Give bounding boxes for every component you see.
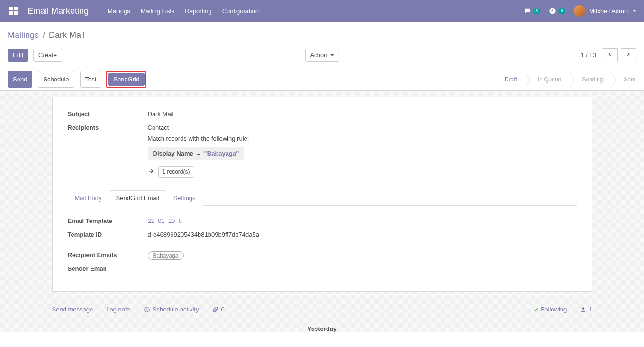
domain-rule: Display Name = "Babayaga" xyxy=(148,147,245,160)
recipient-tag[interactable]: Babayaga xyxy=(148,251,184,260)
tab-mail-body[interactable]: Mail Body xyxy=(68,190,109,206)
schedule-button[interactable]: Schedule xyxy=(38,71,74,88)
edit-button[interactable]: Edit xyxy=(8,49,28,62)
following-button[interactable]: Following xyxy=(533,306,567,313)
step-sending[interactable]: Sending xyxy=(570,72,611,87)
arrow-right-icon xyxy=(148,168,154,176)
action-dropdown[interactable]: Action xyxy=(305,49,339,62)
control-panel: Mailings / Dark Mail Edit Create Action … xyxy=(0,22,644,63)
match-rule-text: Match records with the following rule: xyxy=(148,135,577,142)
nav-menu: Mailings Mailing Lists Reporting Configu… xyxy=(108,8,259,15)
pager-next-button[interactable] xyxy=(621,48,636,62)
step-draft[interactable]: Draft xyxy=(496,72,526,87)
tab-settings[interactable]: Settings xyxy=(166,190,203,206)
email-template-label: Email Template xyxy=(68,217,139,224)
day-label: Yesterday xyxy=(301,325,343,332)
status-bar-row: Send Schedule Test SendGrid Draft In Que… xyxy=(0,68,644,91)
sender-email-label: Sender Email xyxy=(68,265,139,272)
breadcrumb-parent[interactable]: Mailings xyxy=(8,30,39,40)
activities-icon[interactable]: 9 xyxy=(549,7,565,15)
breadcrumb-current: Dark Mail xyxy=(49,30,85,40)
send-message-button[interactable]: Send message xyxy=(52,306,93,313)
nav-reporting[interactable]: Reporting xyxy=(185,8,211,15)
sendgrid-highlight: SendGrid xyxy=(106,71,146,88)
check-icon xyxy=(533,307,539,312)
user-menu[interactable]: Mitchell Admin xyxy=(574,5,636,17)
edit-create-group: Edit Create xyxy=(8,49,62,62)
create-button[interactable]: Create xyxy=(33,49,62,62)
tabs: Mail Body SendGrid Email Settings xyxy=(68,190,577,206)
person-icon xyxy=(580,306,587,313)
recipient-emails-label: Recipient Emails xyxy=(68,251,139,258)
form-sheet: Subject Recipients Dark Mail Contact Mat… xyxy=(52,97,592,292)
breadcrumb-separator: / xyxy=(43,30,45,40)
rule-field: Display Name xyxy=(153,150,193,157)
subject-value: Dark Mail xyxy=(148,110,577,117)
recipients-value: Contact xyxy=(148,124,577,131)
attachments-button[interactable]: 0 xyxy=(212,306,224,313)
breadcrumb: Mailings / Dark Mail xyxy=(8,30,636,40)
user-name: Mitchell Admin xyxy=(589,8,629,15)
rule-value: "Babayaga" xyxy=(204,150,239,157)
test-button[interactable]: Test xyxy=(80,71,102,88)
clock-icon xyxy=(144,306,150,313)
record-count-button[interactable]: 1 record(s) xyxy=(158,166,194,178)
nav-configuration[interactable]: Configuration xyxy=(222,8,259,15)
tab-content: Email Template Template ID 22_01_20_b d-… xyxy=(68,206,577,272)
avatar xyxy=(574,5,585,17)
sendgrid-button[interactable]: SendGrid xyxy=(108,73,145,86)
chevron-down-icon xyxy=(633,10,636,12)
subject-label: Subject xyxy=(68,110,139,117)
schedule-activity-button[interactable]: Schedule activity xyxy=(144,306,199,313)
pager: 1 / 13 xyxy=(581,48,636,62)
status-steps: Draft In Queue Sending Sent xyxy=(496,72,644,87)
pager-text[interactable]: 1 / 13 xyxy=(581,52,596,59)
recipients-label: Recipients xyxy=(68,124,139,131)
pager-prev-button[interactable] xyxy=(602,48,618,62)
messages-icon[interactable]: 3 xyxy=(524,7,540,15)
nav-mailing-lists[interactable]: Mailing Lists xyxy=(141,8,175,15)
paperclip-icon xyxy=(212,306,218,313)
send-button[interactable]: Send xyxy=(8,71,32,88)
step-sent[interactable]: Sent xyxy=(611,72,644,87)
chatter: Send message Log note Schedule activity … xyxy=(52,303,592,332)
step-in-queue[interactable]: In Queue xyxy=(526,72,570,87)
apps-menu-icon[interactable] xyxy=(8,5,19,17)
template-id-label: Template ID xyxy=(68,231,139,238)
messages-badge: 3 xyxy=(533,8,540,14)
activities-badge: 9 xyxy=(558,8,565,14)
rule-op: = xyxy=(197,150,200,157)
followers-button[interactable]: 1 xyxy=(580,306,592,313)
template-id-value: d-e468969205434b81b09b9ff7db74da5a xyxy=(148,231,577,238)
form-view: Subject Recipients Dark Mail Contact Mat… xyxy=(0,91,644,332)
log-note-button[interactable]: Log note xyxy=(106,306,130,313)
app-title[interactable]: Email Marketing xyxy=(27,6,89,16)
email-template-value[interactable]: 22_01_20_b xyxy=(148,217,182,224)
day-separator: Yesterday xyxy=(52,325,592,332)
tab-sendgrid-email[interactable]: SendGrid Email xyxy=(109,190,166,206)
nav-mailings[interactable]: Mailings xyxy=(108,8,130,15)
top-nav: Email Marketing Mailings Mailing Lists R… xyxy=(0,0,644,22)
